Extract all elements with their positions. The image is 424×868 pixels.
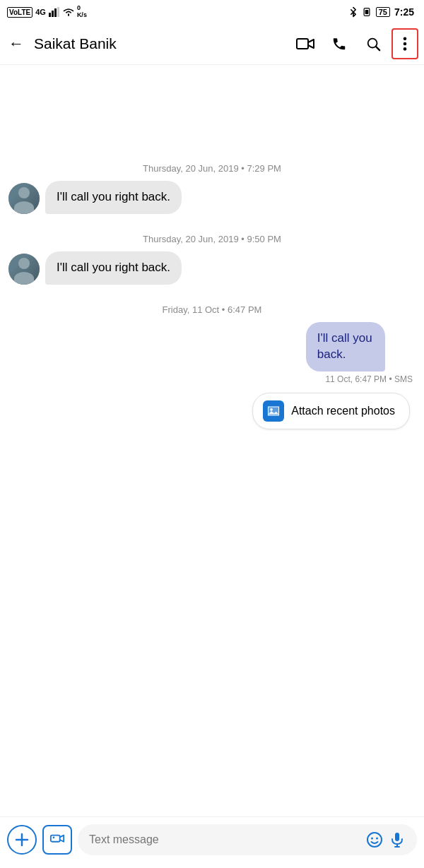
svg-point-19 bbox=[371, 838, 373, 840]
contact-name: Saikat Banik bbox=[34, 35, 290, 52]
svg-point-20 bbox=[376, 838, 378, 840]
battery-indicator: 75 bbox=[376, 7, 390, 17]
svg-rect-1 bbox=[52, 11, 54, 17]
message-row: I'll call you back. 11 Oct, 6:47 PM • SM… bbox=[8, 322, 416, 384]
message-text: I'll call you right back. bbox=[57, 190, 170, 203]
date-separator-2: Thursday, 20 Jun, 2019 • 9:50 PM bbox=[8, 234, 416, 244]
message-row: I'll call you right back. bbox=[8, 181, 416, 214]
search-button[interactable] bbox=[358, 28, 389, 59]
message-text: I'll call you right back. bbox=[57, 261, 170, 274]
avatar bbox=[8, 183, 40, 214]
more-menu-button[interactable] bbox=[391, 28, 418, 59]
attach-photos-row: Attach recent photos bbox=[8, 387, 416, 432]
status-right: 75 7:25 bbox=[349, 6, 414, 18]
bluetooth-icon bbox=[349, 6, 358, 18]
sent-bubble: I'll call you back. bbox=[306, 322, 385, 371]
search-icon bbox=[365, 36, 381, 52]
svg-rect-5 bbox=[365, 10, 368, 14]
svg-rect-16 bbox=[51, 836, 60, 842]
received-bubble: I'll call you right back. bbox=[45, 181, 182, 214]
svg-rect-6 bbox=[297, 39, 308, 49]
svg-point-13 bbox=[270, 408, 273, 411]
svg-rect-21 bbox=[395, 833, 399, 841]
nav-icons bbox=[290, 28, 418, 59]
svg-point-17 bbox=[53, 836, 55, 838]
chat-area: Thursday, 20 Jun, 2019 • 7:29 PM I'll ca… bbox=[0, 65, 424, 559]
vibrate-icon bbox=[362, 7, 372, 17]
avatar bbox=[8, 254, 40, 285]
svg-rect-0 bbox=[49, 13, 51, 17]
add-button[interactable] bbox=[7, 825, 37, 855]
time-display: 7:25 bbox=[394, 6, 414, 18]
date-separator-3: Friday, 11 Oct • 6:47 PM bbox=[8, 304, 416, 315]
back-button[interactable]: ← bbox=[8, 36, 24, 52]
date-separator-1: Thursday, 20 Jun, 2019 • 7:29 PM bbox=[8, 163, 416, 174]
message-row: I'll call you right back. bbox=[8, 251, 416, 285]
signal-4g: 4G bbox=[35, 8, 46, 16]
video-call-button[interactable] bbox=[290, 28, 321, 59]
signal-bars-icon bbox=[49, 7, 60, 17]
video-call-icon bbox=[296, 37, 314, 51]
svg-point-9 bbox=[404, 37, 407, 40]
received-bubble: I'll call you right back. bbox=[45, 251, 182, 285]
photo-icon bbox=[267, 405, 280, 417]
svg-point-11 bbox=[404, 47, 407, 51]
svg-line-8 bbox=[376, 47, 379, 50]
svg-rect-3 bbox=[57, 7, 59, 17]
emoji-button[interactable] bbox=[366, 831, 383, 848]
svg-point-18 bbox=[367, 833, 382, 847]
network-speed: 0K/s bbox=[77, 5, 87, 19]
carrier-label: VoLTE bbox=[7, 7, 33, 18]
message-text: I'll call you back. bbox=[317, 331, 372, 361]
nav-bar: ← Saikat Banik bbox=[0, 23, 424, 65]
status-left: VoLTE 4G 0K/s bbox=[7, 5, 87, 19]
more-menu-icon bbox=[403, 36, 407, 52]
svg-point-10 bbox=[404, 42, 407, 45]
gallery-button[interactable] bbox=[42, 825, 72, 855]
mic-button[interactable] bbox=[389, 831, 406, 848]
status-bar: VoLTE 4G 0K/s 75 7:25 bbox=[0, 0, 424, 23]
wifi-icon bbox=[63, 7, 74, 17]
emoji-icon bbox=[366, 831, 383, 848]
plus-icon bbox=[15, 833, 29, 847]
mic-icon bbox=[389, 831, 406, 848]
message-meta: 11 Oct, 6:47 PM • SMS bbox=[306, 374, 413, 384]
message-input[interactable] bbox=[89, 833, 360, 846]
attach-photos-button[interactable]: Attach recent photos bbox=[252, 393, 410, 429]
svg-rect-2 bbox=[54, 8, 57, 17]
message-input-wrap bbox=[78, 824, 417, 855]
gallery-icon bbox=[49, 832, 65, 848]
image-icon bbox=[263, 400, 284, 422]
phone-button[interactable] bbox=[324, 28, 355, 59]
attach-photos-label: Attach recent photos bbox=[291, 405, 395, 417]
phone-icon bbox=[331, 36, 347, 52]
bottom-bar bbox=[0, 816, 424, 868]
